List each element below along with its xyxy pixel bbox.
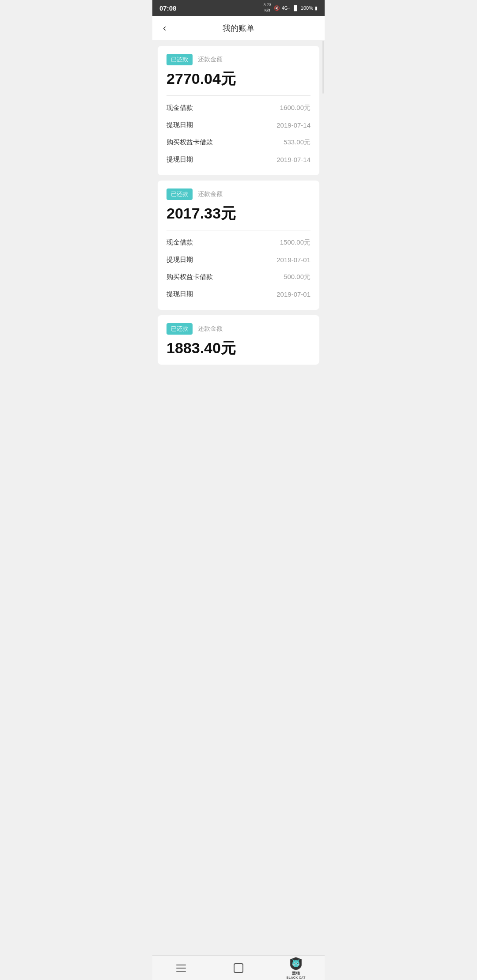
detail-label: 购买权益卡借款 (167, 273, 213, 281)
blackcat-english-text: BLACK CAT (286, 976, 305, 980)
menu-icon (176, 965, 186, 972)
nav-home-button[interactable] (210, 956, 267, 980)
detail-row: 提现日期 2019-07-14 (167, 151, 310, 168)
bill-card-3: 已还款 还款金额 1883.40元 (158, 315, 319, 365)
bill-details-1: 现金借款 1600.00元 提现日期 2019-07-14 购买权益卡借款 53… (158, 96, 319, 175)
page-header: ‹ 我的账单 (152, 16, 325, 41)
back-button[interactable]: ‹ (159, 19, 170, 38)
detail-value: 2019-07-14 (276, 156, 310, 163)
bill-status-row-3: 已还款 还款金额 (167, 323, 310, 335)
detail-value: 2019-07-01 (276, 256, 310, 264)
detail-row: 提现日期 2019-07-14 (167, 117, 310, 134)
battery-display: 100% (301, 5, 313, 11)
svg-point-5 (294, 963, 295, 964)
amount-label-3: 还款金额 (198, 325, 223, 333)
status-bar: 07:08 3.73 K/s 🔇 4G+ ▐▌ 100% ▮ (152, 0, 325, 16)
status-badge-3: 已还款 (167, 323, 193, 335)
status-badge-1: 已还款 (167, 54, 193, 65)
main-content: 已还款 还款金额 2770.04元 现金借款 1600.00元 提现日期 201… (152, 41, 325, 401)
detail-label: 提现日期 (167, 256, 193, 264)
detail-value: 500.00元 (284, 273, 310, 281)
bill-amount-2: 2017.33元 (167, 204, 310, 224)
status-badge-2: 已还款 (167, 188, 193, 200)
detail-value: 1600.00元 (280, 104, 310, 112)
detail-value: 533.00元 (284, 138, 310, 147)
detail-label: 现金借款 (167, 104, 193, 112)
detail-label: 提现日期 (167, 290, 193, 298)
detail-value: 2019-07-01 (276, 290, 310, 298)
detail-label: 现金借款 (167, 238, 193, 247)
bill-card-1: 已还款 还款金额 2770.04元 现金借款 1600.00元 提现日期 201… (158, 46, 319, 175)
nav-menu-button[interactable] (152, 956, 210, 980)
detail-row: 现金借款 1600.00元 (167, 99, 310, 117)
detail-value: 2019-07-14 (276, 121, 310, 129)
detail-row: 现金借款 1500.00元 (167, 234, 310, 251)
black-cat-icon (289, 957, 303, 971)
bill-amount-1: 2770.04元 (167, 69, 310, 89)
bill-card-2: 已还款 还款金额 2017.33元 现金借款 1500.00元 提现日期 201… (158, 181, 319, 310)
page-title: 我的账单 (223, 23, 254, 34)
detail-value: 1500.00元 (280, 238, 310, 247)
amount-label-1: 还款金额 (198, 56, 223, 64)
battery-icon: ▮ (315, 5, 318, 11)
blackcat-chinese-text: 黑猫 (292, 972, 300, 976)
detail-row: 提现日期 2019-07-01 (167, 251, 310, 268)
detail-label: 购买权益卡借款 (167, 138, 213, 147)
network-type: 4G+ (282, 6, 290, 11)
status-icons: 3.73 K/s 🔇 4G+ ▐▌ 100% ▮ (264, 3, 318, 13)
scrollbar[interactable] (322, 41, 324, 94)
detail-label: 提现日期 (167, 121, 193, 129)
network-speed: 3.73 K/s (264, 3, 272, 13)
detail-row: 提现日期 2019-07-01 (167, 286, 310, 303)
bill-header-1: 已还款 还款金额 2770.04元 (158, 46, 319, 95)
bill-amount-3: 1883.40元 (167, 338, 310, 358)
bill-header-2: 已还款 还款金额 2017.33元 (158, 181, 319, 230)
bottom-navigation: 黑猫 BLACK CAT (152, 955, 325, 980)
bill-status-row-2: 已还款 还款金额 (167, 188, 310, 200)
detail-row: 购买权益卡借款 500.00元 (167, 268, 310, 286)
home-icon (234, 963, 243, 973)
svg-point-6 (297, 963, 298, 964)
bill-header-3: 已还款 还款金额 1883.40元 (158, 315, 319, 365)
bill-details-2: 现金借款 1500.00元 提现日期 2019-07-01 购买权益卡借款 50… (158, 230, 319, 310)
signal-icon: ▐▌ (292, 5, 299, 11)
amount-label-2: 还款金额 (198, 190, 223, 198)
time-display: 07:08 (159, 4, 176, 12)
nav-blackcat-button[interactable]: 黑猫 BLACK CAT (267, 956, 325, 980)
bill-status-row-1: 已还款 还款金额 (167, 54, 310, 65)
mute-icon: 🔇 (274, 5, 280, 11)
black-cat-logo: 黑猫 BLACK CAT (286, 957, 305, 980)
detail-label: 提现日期 (167, 155, 193, 164)
detail-row: 购买权益卡借款 533.00元 (167, 134, 310, 151)
